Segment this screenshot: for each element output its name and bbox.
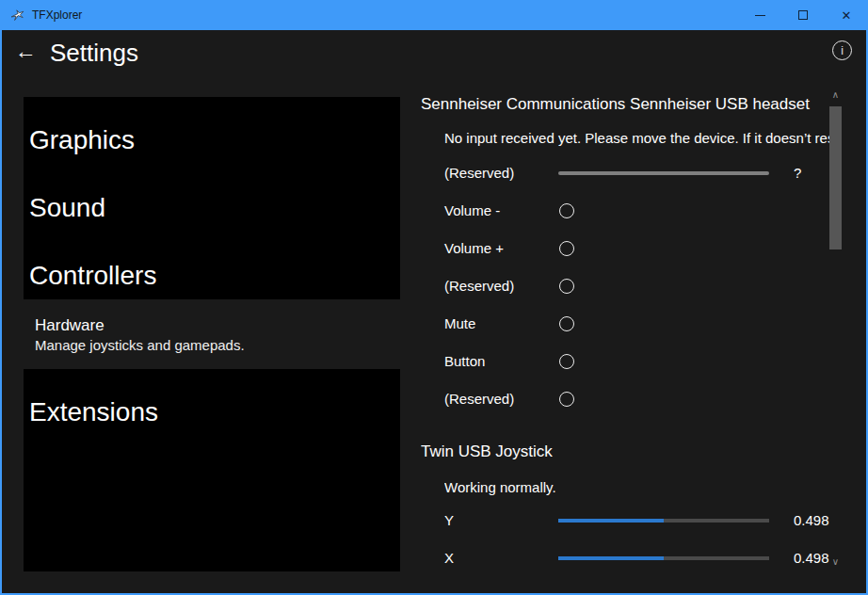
control-row: (Reserved) [444,267,831,305]
sidebar-item-graphics[interactable]: Graphics [24,106,400,174]
sidebar-item-hardware[interactable]: Hardware Manage joysticks and gamepads. [24,299,400,369]
sidebar-item-label: Controllers [29,261,156,291]
device-name: Twin USB Joystick [421,442,831,461]
button-indicator-icon [559,392,574,407]
close-icon: ✕ [842,9,852,22]
control-row: Volume - [444,192,831,230]
axis-progress-bar [558,556,769,560]
button-indicator-icon [559,316,574,331]
maximize-icon [798,10,808,20]
page-title: Settings [50,39,138,68]
settings-category-list-2: Extensions [24,369,400,571]
scroll-down-icon[interactable]: ∨ [829,556,842,570]
control-value: 0.498 [794,502,829,539]
back-button[interactable]: ← [11,39,40,65]
control-row: Mute [444,305,831,343]
button-indicator-icon [559,354,574,369]
info-icon: i [841,44,844,57]
control-row: (Reserved) [444,380,831,418]
settings-category-list: Graphics Sound Controllers [24,97,400,299]
control-label: (Reserved) [444,380,514,418]
sidebar-item-extensions[interactable]: Extensions [24,378,400,446]
titlebar: TFXplorer ✕ [0,0,868,30]
axis-progress-fill [558,519,664,523]
control-label: Button [444,343,485,380]
sidebar-item-label: Sound [29,193,105,223]
axis-slider [558,171,769,175]
minimize-icon [755,15,765,16]
sidebar-item-label: Extensions [29,397,158,427]
window-border-left [0,30,2,595]
control-label: X [444,539,454,571]
control-value: ? [794,154,801,192]
control-label: Y [444,502,454,539]
sidebar-item-label: Graphics [29,125,135,155]
device-name: Sennheiser Communications Sennheiser USB… [421,95,831,114]
control-value: 0.498 [794,539,829,571]
sidebar-item-description: Manage joysticks and gamepads. [35,337,400,354]
sidebar-item-sound[interactable]: Sound [24,174,400,242]
app-logo-icon [9,8,25,24]
button-indicator-icon [559,241,574,256]
control-label: Volume + [444,230,504,267]
caption-buttons: ✕ [738,0,868,30]
button-indicator-icon [559,203,574,218]
control-row: Y 0.498 [444,502,831,539]
window-title: TFXplorer [32,8,82,22]
device-status: Working normally. [444,479,831,496]
scrollbar-thumb[interactable] [829,106,842,249]
sidebar-item-title: Hardware [35,316,400,335]
control-label: Mute [444,305,475,343]
control-row: X 0.498 [444,539,831,571]
app-window: TFXplorer ✕ ← Settings i Graphics Sound … [0,0,868,595]
sidebar-item-controllers[interactable]: Controllers [24,242,400,299]
close-button[interactable]: ✕ [825,0,868,30]
axis-progress-fill [558,556,664,560]
control-label: Volume - [444,192,500,230]
control-row: Button [444,343,831,380]
device-status: No input received yet. Please move the d… [444,130,831,147]
control-row: Volume + [444,230,831,267]
axis-progress-bar [558,519,769,523]
control-label: (Reserved) [444,267,514,305]
maximize-button[interactable] [781,0,825,30]
minimize-button[interactable] [738,0,781,30]
scroll-up-icon[interactable]: ∧ [829,89,842,103]
control-row: (Reserved) ? [444,154,831,192]
control-label: (Reserved) [444,154,514,192]
button-indicator-icon [559,279,574,294]
vertical-scrollbar[interactable]: ∧ ∨ [829,89,842,571]
info-button[interactable]: i [832,40,852,60]
hardware-device-pane: Sennheiser Communications Sennheiser USB… [421,89,831,571]
